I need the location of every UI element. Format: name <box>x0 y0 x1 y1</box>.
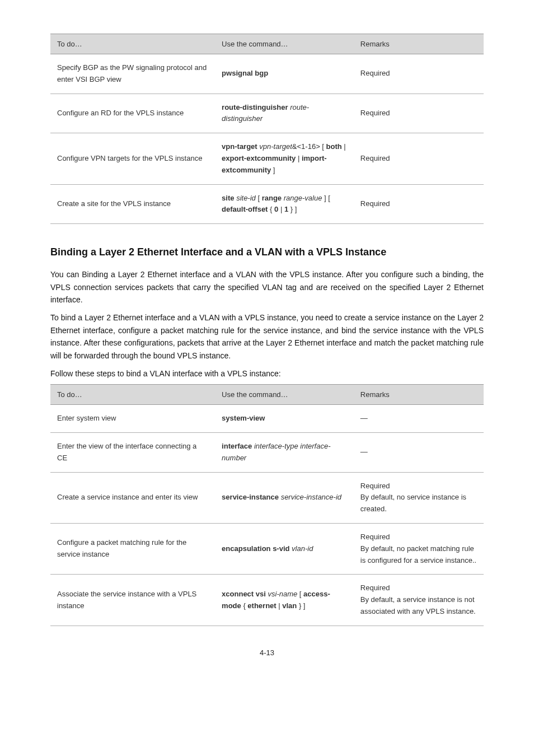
paragraph-2: To bind a Layer 2 Ethernet interface and… <box>50 311 484 362</box>
table-row: Associate the service instance with a VP… <box>50 575 484 626</box>
cell: xconnect vsi vsi-name [ access-mode { et… <box>215 575 354 626</box>
t1-header-3: Remarks <box>354 34 484 54</box>
table-row: Enter the view of the interface connecti… <box>50 433 484 473</box>
cell: Configure a packet matching rule for the… <box>50 524 215 575</box>
section-heading: Binding a Layer 2 Ethernet Interface and… <box>50 246 484 258</box>
cell: Specify BGP as the PW signaling protocol… <box>50 54 215 94</box>
config-table-1: To do… Use the command… Remarks Specify … <box>50 34 484 224</box>
paragraph-1: You can Binding a Layer 2 Ethernet inter… <box>50 268 484 306</box>
cell: route-distinguisher route-distinguisher <box>215 94 354 133</box>
cell: Required <box>354 54 484 94</box>
table-row: Configure a packet matching rule for the… <box>50 524 484 575</box>
t2-header-1: To do… <box>50 385 215 405</box>
t2-header-3: Remarks <box>354 385 484 405</box>
cell: Create a site for the VPLS instance <box>50 184 215 224</box>
cell: pwsignal bgp <box>215 54 354 94</box>
cell: interface interface-type interface-numbe… <box>215 433 354 473</box>
cell: service-instance service-instance-id <box>215 472 354 523</box>
table-row: Enter system view system-view — <box>50 405 484 433</box>
cell: vpn-target vpn-target&<1-16> [ both | ex… <box>215 133 354 184</box>
table-row: Configure an RD for the VPLS instance ro… <box>50 94 484 133</box>
cell: Enter the view of the interface connecti… <box>50 433 215 473</box>
table-row: Specify BGP as the PW signaling protocol… <box>50 54 484 94</box>
cell: — <box>354 405 484 433</box>
cell: site site-id [ range range-value ] [ def… <box>215 184 354 224</box>
t2-header-2: Use the command… <box>215 385 354 405</box>
cell: Associate the service instance with a VP… <box>50 575 215 626</box>
cell: Required <box>354 133 484 184</box>
cell: Create a service instance and enter its … <box>50 472 215 523</box>
cell: Required <box>354 94 484 133</box>
t1-header-2: Use the command… <box>215 34 354 54</box>
t1-header-1: To do… <box>50 34 215 54</box>
page-number: 4-13 <box>50 648 484 657</box>
cell: RequiredBy default, a service instance i… <box>354 575 484 626</box>
cell: encapsulation s-vid vlan-id <box>215 524 354 575</box>
table-row: Create a service instance and enter its … <box>50 472 484 523</box>
cell: Configure an RD for the VPLS instance <box>50 94 215 133</box>
cell: RequiredBy default, no service instance … <box>354 472 484 523</box>
table-row: Configure VPN targets for the VPLS insta… <box>50 133 484 184</box>
cell: RequiredBy default, no packet matching r… <box>354 524 484 575</box>
config-table-2: To do… Use the command… Remarks Enter sy… <box>50 384 484 626</box>
cell: system-view <box>215 405 354 433</box>
follow-line: Follow these steps to bind a VLAN interf… <box>50 367 484 380</box>
cell: Configure VPN targets for the VPLS insta… <box>50 133 215 184</box>
cell: — <box>354 433 484 473</box>
cell: Required <box>354 184 484 224</box>
cell: Enter system view <box>50 405 215 433</box>
table-row: Create a site for the VPLS instance site… <box>50 184 484 224</box>
